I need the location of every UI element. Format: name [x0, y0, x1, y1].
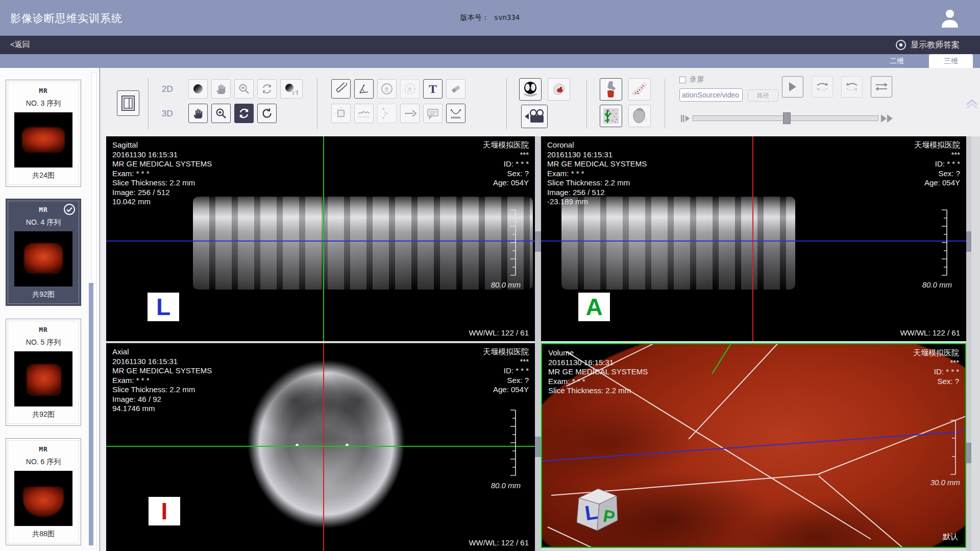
- scale-bracket: [949, 420, 957, 475]
- ruler-tool-button[interactable]: [331, 79, 351, 99]
- scale-label: 80.0 mm: [491, 481, 521, 490]
- limb-bone-icon: [631, 81, 648, 98]
- preset-knee-button[interactable]: [600, 78, 622, 101]
- right-slice-scrollbar-track[interactable]: [966, 136, 971, 551]
- roi-box-tool-button[interactable]: [331, 104, 351, 123]
- viewport-volume-selected[interactable]: Volume20161130 16:15:31MR GE MEDICAL SYS…: [541, 343, 966, 548]
- arc-tool-button[interactable]: [377, 104, 397, 123]
- zoom-3d-button[interactable]: [211, 104, 231, 123]
- record-screen-label: 录屏: [690, 75, 704, 84]
- series-name: NO. 4 序列: [6, 218, 81, 227]
- series-modality: MR: [6, 326, 81, 333]
- collapse-toolbar-chevron-icon[interactable]: [965, 98, 978, 110]
- mid-slice-scrollbar-track[interactable]: [535, 136, 541, 551]
- slice-scrollbar-thumb[interactable]: [535, 231, 541, 252]
- series-sidebar: MR NO. 3 序列 共24图 MR NO. 4 序列 共92图 MR NO.…: [0, 68, 100, 551]
- swap-direction-button[interactable]: [871, 76, 892, 98]
- arrow-tool-button[interactable]: [400, 104, 420, 123]
- loop-forward-button[interactable]: [812, 76, 833, 98]
- crosshair-horizontal-green[interactable]: [106, 446, 535, 447]
- wwwl-reset-2d-button[interactable]: [280, 79, 303, 99]
- comment-tool-button[interactable]: [423, 104, 443, 123]
- signal-curve-icon: [357, 107, 371, 120]
- cycle-arrows-icon: [238, 108, 250, 119]
- video-camera-icon: [524, 108, 545, 125]
- tab-2d[interactable]: 二维: [875, 54, 919, 68]
- pan-3d-button[interactable]: [188, 104, 208, 123]
- selected-check-icon: [63, 203, 76, 215]
- rotate-3d-button[interactable]: [234, 104, 254, 123]
- orientation-cube[interactable]: L P: [569, 483, 622, 536]
- eraser-tool-button[interactable]: [446, 79, 465, 99]
- series-card-no5[interactable]: MR NO. 5 序列 共92图: [6, 319, 81, 426]
- curve-tool-button[interactable]: [354, 104, 374, 123]
- preset-vessel-button[interactable]: [600, 105, 622, 127]
- layout-icon: [121, 95, 135, 111]
- show-teacher-answer-button[interactable]: 显示教师答案: [895, 39, 960, 51]
- play-icon: [788, 81, 798, 92]
- overlay-right: 天堰模拟医院***ID: * * *Sex: ?Age: 054Y: [483, 347, 529, 395]
- path-button[interactable]: 路径: [748, 89, 778, 102]
- loop-forward-icon: [816, 81, 829, 92]
- series-name: NO. 6 序列: [6, 458, 81, 467]
- preset-heart-button[interactable]: D: [628, 105, 651, 127]
- loop-back-button[interactable]: [841, 76, 863, 98]
- roi-secondary-tool-button[interactable]: 次: [400, 79, 420, 99]
- series-thumbnail: [14, 351, 72, 406]
- crosshair-horizontal-blue[interactable]: [541, 241, 966, 242]
- slice-scrollbar-thumb[interactable]: [535, 437, 541, 457]
- curve-measure-tool-button[interactable]: [446, 104, 465, 123]
- series-card-no3[interactable]: MR NO. 3 序列 共24图: [6, 80, 81, 187]
- angle-tool-button[interactable]: [354, 79, 374, 99]
- preset-limb-button[interactable]: [628, 78, 651, 101]
- fast-forward-icon[interactable]: [880, 113, 895, 124]
- back-button[interactable]: <返回: [10, 40, 30, 50]
- overlay-left: Coronal20161130 16:15:31MR GE MEDICAL SY…: [547, 140, 647, 207]
- viewport-coronal[interactable]: Coronal20161130 16:15:31MR GE MEDICAL SY…: [541, 136, 966, 341]
- overlay-right: 天堰模拟医院***ID: * * *Sex: ?: [913, 348, 959, 386]
- viewport-sagittal[interactable]: Sagittal20161130 16:15:31MR GE MEDICAL S…: [106, 136, 535, 341]
- crosshair-vertical-red[interactable]: [323, 343, 324, 551]
- series-card-no6[interactable]: MR NO. 6 序列 共88图: [6, 438, 81, 545]
- hand-icon: [216, 83, 226, 94]
- export-video-button[interactable]: [521, 105, 548, 128]
- step-play-icon[interactable]: [680, 114, 691, 123]
- play-button[interactable]: [782, 76, 803, 98]
- layout-button[interactable]: [117, 90, 139, 116]
- user-avatar-icon[interactable]: [939, 7, 961, 29]
- curve-ruler-icon: [449, 107, 462, 120]
- viewport-axial[interactable]: Axial20161130 16:15:31MR GE MEDICAL SYST…: [106, 343, 535, 551]
- text-tool-button[interactable]: T: [423, 79, 443, 99]
- roi-secondary-icon: 次: [403, 82, 416, 95]
- series-card-no4-selected[interactable]: MR NO. 4 序列 共92图: [6, 199, 81, 306]
- knee-bone-icon: [602, 81, 620, 98]
- crosshair-vertical-red[interactable]: [752, 136, 753, 341]
- preset-skull-button[interactable]: [548, 78, 570, 101]
- cine-2d-button[interactable]: [257, 79, 277, 99]
- slice-scrollbar-thumb[interactable]: [966, 231, 971, 252]
- preset-lung-button[interactable]: [519, 78, 542, 101]
- slice-scrollbar-thumb[interactable]: [966, 443, 971, 463]
- zoom-2d-button[interactable]: [234, 79, 254, 99]
- show-teacher-answer-label: 显示教师答案: [911, 40, 960, 51]
- svg-text:主: 主: [384, 86, 389, 92]
- sagittal-mri-image: [193, 197, 533, 290]
- refresh-icon: [261, 108, 273, 119]
- playback-slider-handle[interactable]: [783, 112, 791, 124]
- sidebar-scrollbar-thumb[interactable]: [89, 283, 93, 545]
- reset-3d-button[interactable]: [257, 104, 277, 123]
- tab-3d[interactable]: 三维: [929, 54, 973, 68]
- eye-icon: [895, 39, 906, 51]
- series-thumbnail: [14, 231, 72, 286]
- orientation-letter: I: [149, 497, 180, 525]
- sidebar-scrollbar-track[interactable]: [91, 72, 97, 549]
- overlay-right: 天堰模拟医院***ID: * * *Sex: ?Age: 054Y: [483, 140, 529, 188]
- record-screen-checkbox[interactable]: 录屏: [679, 75, 704, 84]
- wwwl-label: WW/WL: 122 / 61: [469, 328, 529, 337]
- crosshair-vertical-green[interactable]: [323, 136, 324, 341]
- pan-2d-button[interactable]: [211, 79, 231, 99]
- wwwl-2d-button[interactable]: [188, 79, 208, 99]
- video-path-input[interactable]: [679, 88, 743, 102]
- roi-main-tool-button[interactable]: 主: [377, 79, 397, 99]
- crosshair-horizontal-blue[interactable]: [106, 241, 535, 242]
